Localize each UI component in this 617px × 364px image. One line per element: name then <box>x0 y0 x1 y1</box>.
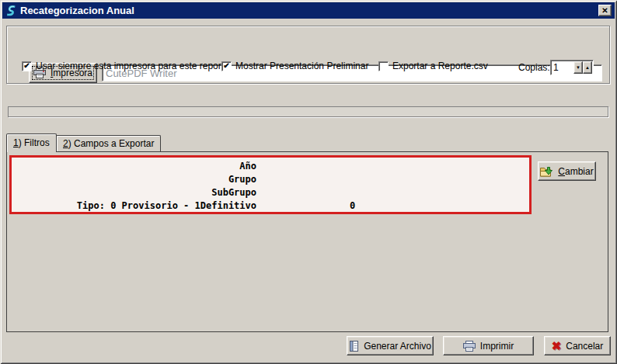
cancel-x-icon: ✖ <box>552 340 562 352</box>
cancelar-label: Cancelar <box>566 341 603 352</box>
tab-campos-label: 2) Campos a Exportar <box>63 138 154 149</box>
filter-label: SubGrupo <box>12 186 256 199</box>
generar-archivo-label: Generar Archivo <box>364 341 431 352</box>
checkbox-mostrar-preliminar-label[interactable]: Mostrar Presentación Preliminar <box>235 61 368 71</box>
filter-value: 0 <box>350 199 355 213</box>
printer-icon <box>463 341 476 352</box>
checkbox-exportar-csv[interactable] <box>378 61 389 71</box>
spin-down-button[interactable]: ▼ <box>573 61 583 74</box>
dialog-recategorizacion-anual: Recategorizacion Anual ✕ Impresora ✔ Usa… <box>0 0 617 364</box>
checkbox-usar-siempre-label[interactable]: Usar siempre esta impresora para este re… <box>36 61 229 71</box>
spin-down-icon: ▼ <box>576 65 580 70</box>
filter-label: Año <box>12 160 256 173</box>
cambiar-button[interactable]: Cambiar <box>538 161 596 181</box>
progress-bar <box>8 106 608 117</box>
imprimir-label: Imprimir <box>480 341 514 352</box>
checkbox-usar-siempre[interactable]: ✔ <box>22 61 32 71</box>
checkbox-mostrar-preliminar[interactable]: ✔ <box>221 61 232 71</box>
imprimir-button[interactable]: Imprimir <box>443 336 534 355</box>
filter-line-tipo: Tipo: 0 Provisorio - 1Definitivo 0 <box>12 199 529 213</box>
filter-label: Grupo <box>12 173 256 186</box>
close-icon: ✕ <box>601 6 608 15</box>
filtros-tab-panel: Año Grupo SubGrupo Tipo: 0 Provisorio - … <box>6 151 608 332</box>
printer-groupbox: Impresora <box>6 26 610 84</box>
close-button[interactable]: ✕ <box>598 5 612 16</box>
cambiar-button-label: Cambiar <box>558 166 593 177</box>
title-bar[interactable]: Recategorizacion Anual ✕ <box>2 2 615 19</box>
tab-filtros[interactable]: 1) Filtros <box>6 133 57 152</box>
spin-up-icon: ▲ <box>585 65 590 70</box>
copias-input[interactable] <box>553 61 574 74</box>
check-icon: ✔ <box>223 61 229 70</box>
checkbox-exportar-csv-label[interactable]: Exportar a Reporte.csv <box>392 61 488 71</box>
window-title: Recategorizacion Anual <box>20 5 134 16</box>
filter-label: Tipo: 0 Provisorio - 1Definitivo <box>12 199 256 213</box>
copias-label: Copias: <box>518 62 550 73</box>
filter-line-grupo: Grupo <box>12 173 529 186</box>
generar-archivo-button[interactable]: Generar Archivo <box>347 336 434 355</box>
spin-up-button[interactable]: ▲ <box>583 61 592 74</box>
cancelar-button[interactable]: ✖ Cancelar <box>544 336 611 355</box>
file-icon <box>349 341 359 352</box>
tab-campos-a-exportar[interactable]: 2) Campos a Exportar <box>56 135 161 152</box>
filter-summary-box: Año Grupo SubGrupo Tipo: 0 Provisorio - … <box>9 155 532 214</box>
app-logo-icon <box>5 5 17 17</box>
tab-filtros-label: 1) Filtros <box>13 137 50 148</box>
copias-spinner[interactable]: ▼ ▲ <box>550 60 594 75</box>
copias-spin-buttons: ▼ ▲ <box>573 61 592 74</box>
check-icon: ✔ <box>23 61 30 70</box>
filter-line-subgrupo: SubGrupo <box>12 186 529 199</box>
filter-line-ano: Año <box>12 160 529 173</box>
folder-down-arrow-icon <box>540 166 553 177</box>
